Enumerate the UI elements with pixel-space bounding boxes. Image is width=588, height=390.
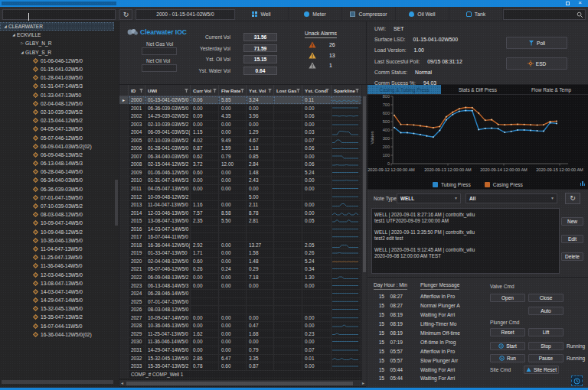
tree-well-item[interactable]: 08-03-048-12W5/0: [0, 210, 114, 219]
tree-well-item[interactable]: 14-29-047-14W5/0: [0, 296, 114, 304]
note-filter-dropdown[interactable]: All▼: [466, 193, 557, 203]
tree-horizontal-scrollbar[interactable]: [2, 380, 113, 384]
grid-row[interactable]: 202710-09-047-14W5/00.000.000.000.00: [119, 314, 361, 323]
title-bar[interactable]: ×: [0, 0, 588, 7]
grid-row[interactable]: 202105-07-046-12W5/00.260.240.290.34: [119, 265, 361, 274]
grid-row[interactable]: 201816-36-044-12W5/0(02)2.920.0013.272.0…: [119, 242, 361, 250]
grid-column-header[interactable]: Yst. Cond: [302, 85, 332, 96]
notes-list[interactable]: WELL | 2020-09-01 8:27:16 AM | controlfx…: [371, 208, 560, 274]
grid-column-header[interactable]: Sparkline: [332, 85, 361, 96]
plunger-start-button[interactable]: Start: [490, 342, 525, 350]
grid-column-header[interactable]: Curr Vol: [191, 85, 219, 96]
grid-row[interactable]: 201513-08-047-13W5/02.355.502.810.05: [119, 217, 361, 226]
note-type-dropdown[interactable]: WELL▼: [397, 193, 461, 203]
tree-well-item[interactable]: 02-10-039-03W5/2: [0, 108, 114, 116]
tree-well-item[interactable]: 13-08-047-13W5/0: [0, 279, 114, 288]
grid-row[interactable]: 201412-03-046-13W5/07.578.588.780.00: [119, 210, 361, 218]
filter-icon[interactable]: [240, 89, 244, 93]
tree-well-item[interactable]: 07-10-039-03W5/2: [0, 202, 114, 210]
tree-well-item[interactable]: 07-01-047-15W5/0: [0, 193, 114, 202]
tree-well-item[interactable]: 01-33-047-13W50: [0, 91, 114, 99]
tree-well-item[interactable]: 16-07-044-11W5/0: [0, 322, 114, 330]
chart-tab[interactable]: Stats & Diff Press: [441, 85, 514, 94]
filter-icon[interactable]: [139, 89, 143, 93]
tree-well-item[interactable]: 11-25-047-13W5/0: [0, 253, 114, 262]
filter-icon[interactable]: [296, 89, 300, 93]
scroll-right-arrow[interactable]: ▸: [362, 382, 364, 385]
chart-tab[interactable]: Casing & Tubing Press: [368, 85, 441, 94]
poll-button[interactable]: Poll: [506, 37, 567, 49]
tab-compressor[interactable]: Compressor: [342, 7, 396, 21]
tree-well-item[interactable]: 06-09-048-13W5/2: [0, 151, 114, 159]
grid-row[interactable]: 201901-33-047-13W501.710.001.580.26: [119, 249, 361, 258]
tree-well-item[interactable]: 04-05-047-13W5/0: [0, 125, 114, 133]
site-reset-button[interactable]: Site Reset: [524, 366, 559, 374]
tab-tank[interactable]: Tank: [449, 7, 503, 21]
tree-root-clearwater[interactable]: ◢CLEARWATER: [0, 22, 114, 31]
tree-well-item[interactable]: 11-04-047-13W5/0: [0, 245, 114, 253]
valve-close-button[interactable]: Close: [528, 294, 564, 302]
grid-row[interactable]: 200302-10-039-03W5/20.000.000.000.00: [119, 121, 361, 129]
grid-row[interactable]: 202608-03-048-12W5/0: [119, 306, 361, 314]
grid-row[interactable]: 201614-03-047-14W5/0: [119, 226, 361, 234]
tree-node-eckville[interactable]: ◢ECKVILLE: [0, 31, 114, 39]
tree-well-item[interactable]: 06-28-046-14W5/0: [0, 167, 114, 176]
tree-well-item[interactable]: 15-35-047-13W5/2: [0, 313, 114, 321]
grid-row[interactable]: 202002-04-048-12W5/00.600.001.485.24: [119, 258, 361, 266]
collapsed-arrow-icon[interactable]: ▷: [19, 41, 25, 45]
grid-row[interactable]: 200901-06-046-12W5/00.600.001.485.24: [119, 169, 361, 177]
grid-row[interactable]: 202810-36-046-13W5/00.000.000.470.00: [119, 322, 361, 330]
tree-well-item[interactable]: 11-36-046-14W5/0: [0, 262, 114, 270]
valve-auto-button[interactable]: Auto: [528, 307, 564, 315]
grid-row[interactable]: 200706-34-040-03W5/00.620.790.850.00: [119, 153, 361, 161]
grid-row[interactable]: 202507-01-047-15W5/0: [119, 298, 361, 307]
history-button[interactable]: [571, 375, 583, 386]
grid-row[interactable]: 201210-09-048-12W5/25.00: [119, 193, 361, 202]
tab-well[interactable]: Well: [235, 7, 289, 21]
grid-row[interactable]: 201716-07-044-11W5/0: [119, 233, 361, 242]
expanded-arrow-icon[interactable]: ◢: [19, 50, 25, 54]
refresh-button[interactable]: ↻: [119, 9, 132, 20]
plunger-reset-button[interactable]: Reset: [490, 328, 525, 336]
filter-icon[interactable]: [185, 89, 188, 93]
esd-button[interactable]: ESD: [506, 57, 567, 70]
grid-row[interactable]: 202911-25-047-13W5/01.620.001.680.23: [119, 330, 361, 339]
tree-well-item[interactable]: 12-03-046-13W5/0: [0, 270, 114, 278]
grid-row[interactable]: 200406-09-041-03W5/2(02)1.150.001.290.03: [119, 128, 361, 137]
grid-row[interactable]: 202206-09-048-13W5/20.000.007.181.30: [119, 274, 361, 282]
chart-tab[interactable]: Flow Rate & Temp: [514, 85, 588, 94]
well-selector[interactable]: 2000 - 01-15-041-02W5/0: [136, 9, 235, 20]
grid-row[interactable]: 201104-05-047-13W5/00.000.000.000.00: [119, 185, 361, 193]
chart-type-icon[interactable]: [580, 181, 586, 186]
valve-open-button[interactable]: Open: [490, 294, 525, 302]
tree-well-item[interactable]: 01-06-046-12W5/0: [0, 57, 114, 65]
tree-well-item[interactable]: 01-15-041-02W5/0: [0, 65, 114, 73]
filter-icon[interactable]: [355, 89, 359, 93]
notes-refresh-button[interactable]: ↻: [565, 193, 580, 204]
plunger-pause-button[interactable]: Pause: [528, 354, 564, 362]
tree-node-glby-s-r[interactable]: ◢GLBY_S_R: [0, 48, 114, 57]
filter-icon[interactable]: [213, 89, 217, 93]
restore-icon[interactable]: [566, 2, 570, 5]
grid-row[interactable]: 203114-29-047-14W5/00.000.000.790.07: [119, 346, 361, 355]
note-item[interactable]: WELL | 2020-09-01 8:27:16 AM | controlfx…: [374, 212, 557, 223]
grid-column-header[interactable]: Yst. Vol: [247, 85, 274, 96]
net-gas-vol-input[interactable]: [142, 47, 177, 55]
note-new-button[interactable]: New: [561, 217, 583, 226]
expanded-arrow-icon[interactable]: ◢: [2, 24, 8, 28]
grid-column-header[interactable]: Flw Rate: [219, 85, 247, 96]
grid-row[interactable]: 202306-13-048-14W5/30.000.000.000.00: [119, 282, 361, 291]
grid-row[interactable]: 202406-28-046-14W5/0: [119, 290, 361, 298]
plunger-run-button[interactable]: Run: [490, 354, 525, 362]
grid-row[interactable]: 200507-10-039-03W5/24.029.494.670.07: [119, 137, 361, 145]
net-oil-vol-input[interactable]: [142, 64, 177, 72]
grid-column-header[interactable]: UWI: [145, 85, 191, 96]
note-delete-button[interactable]: Delete: [561, 252, 583, 261]
grid-column-header[interactable]: ID: [129, 85, 145, 96]
note-item[interactable]: WELL | 2020-09-11 3:35:50 PM | controlfx…: [374, 229, 557, 241]
grid-row[interactable]: 200601-28-041-03W5/00.871.591.180.06: [119, 145, 361, 153]
tree-well-item[interactable]: 01-31-047-14W5/3: [0, 82, 114, 90]
tree-well-item[interactable]: 10-09-047-14W5/0: [0, 219, 114, 227]
tree-well-item[interactable]: 01-28-041-03W5/0: [0, 73, 114, 82]
tree-well-item[interactable]: 10-09-048-12W5/2: [0, 228, 114, 236]
